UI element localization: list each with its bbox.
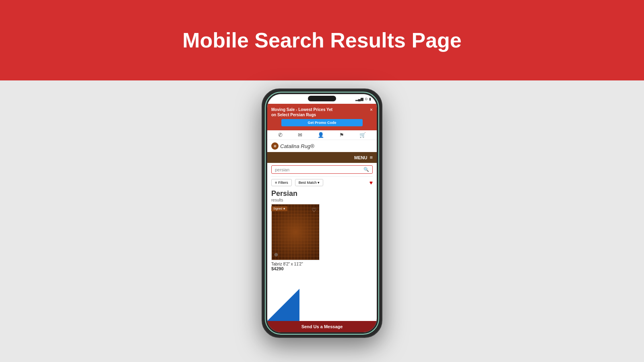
menu-label: MENU — [354, 155, 367, 160]
promo-banner: × Moving Sale - Lowest Prices Yet on Sel… — [267, 104, 377, 130]
menu-bar[interactable]: MENU ≡ — [267, 152, 377, 163]
search-input[interactable] — [275, 167, 363, 172]
product-name: Tabriz 8'2" x 11'2" — [271, 262, 324, 266]
product-info: Tabriz 8'2" x 11'2" $4290 — [271, 260, 324, 273]
wifi-icon: ⊙ — [365, 97, 368, 101]
product-price: $4290 — [271, 266, 324, 271]
product-image[interactable]: ♡ ⊕ — [271, 204, 320, 260]
results-title: Persian — [271, 189, 373, 198]
status-icons: ▂▄▆ ⊙ ▮ — [355, 97, 371, 101]
chevron-down-icon: ▾ — [318, 181, 320, 185]
product-wishlist-icon[interactable]: ♡ — [312, 207, 317, 213]
results-subtitle: results — [271, 198, 373, 202]
filter-button[interactable]: ≡ Filters — [271, 179, 292, 186]
phone-screen: ▂▄▆ ⊙ ▮ × Moving Sale - Lowest Prices Ye… — [267, 94, 377, 332]
filter-lines-icon: ≡ — [275, 181, 277, 185]
filter-row: ≡ Filters Best Match ▾ ♥ — [267, 177, 377, 188]
search-bar: 🔍 — [271, 165, 373, 174]
top-banner: Mobile Search Results Page — [0, 0, 644, 80]
menu-icon: ≡ — [369, 154, 373, 160]
promo-code-button[interactable]: Get Promo Code — [281, 119, 363, 126]
cart-icon[interactable]: 🛒 — [359, 132, 366, 138]
zoom-icon[interactable]: ⊕ — [274, 252, 278, 257]
page-title: Mobile Search Results Page — [182, 28, 462, 52]
product-card[interactable]: Signed ★ ♡ ⊕ Tabriz 8'2" x 11'2" $4290 — [271, 204, 324, 273]
signed-badge: Signed ★ — [271, 206, 287, 211]
signal-icon: ▂▄▆ — [355, 97, 363, 101]
bottom-section: ▂▄▆ ⊙ ▮ × Moving Sale - Lowest Prices Ye… — [0, 80, 644, 362]
phone-frame: ▂▄▆ ⊙ ▮ × Moving Sale - Lowest Prices Ye… — [262, 88, 382, 338]
send-message-bar[interactable]: Send Us a Message — [267, 321, 377, 332]
product-area: Signed ★ ♡ ⊕ Tabriz 8'2" x 11'2" $4290 — [267, 204, 377, 321]
promo-text: Moving Sale - Lowest Prices Yet on Selec… — [271, 107, 373, 117]
results-section: Persian results — [267, 188, 377, 204]
bookmark-icon[interactable]: ⚑ — [339, 132, 344, 138]
wishlist-heart-icon[interactable]: ♥ — [369, 179, 373, 186]
search-bar-container: 🔍 — [267, 163, 377, 176]
promo-close-button[interactable]: × — [370, 107, 373, 113]
email-icon[interactable]: ✉ — [298, 132, 302, 138]
sort-button[interactable]: Best Match ▾ — [295, 179, 323, 186]
divider — [271, 176, 373, 177]
logo-text: Catalina Rug® — [280, 143, 314, 149]
search-icon[interactable]: 🔍 — [363, 167, 369, 172]
top-nav-icons: ✆ ✉ 👤 ⚑ 🛒 — [267, 130, 377, 140]
logo-icon: ✿ — [271, 142, 279, 150]
blue-triangle-decoration — [267, 289, 299, 321]
battery-icon: ▮ — [369, 97, 371, 101]
logo-area: ✿ Catalina Rug® — [267, 140, 377, 152]
phone-icon[interactable]: ✆ — [278, 132, 283, 138]
phone-notch — [308, 96, 336, 101]
status-bar: ▂▄▆ ⊙ ▮ — [267, 94, 377, 104]
user-icon[interactable]: 👤 — [318, 132, 324, 138]
